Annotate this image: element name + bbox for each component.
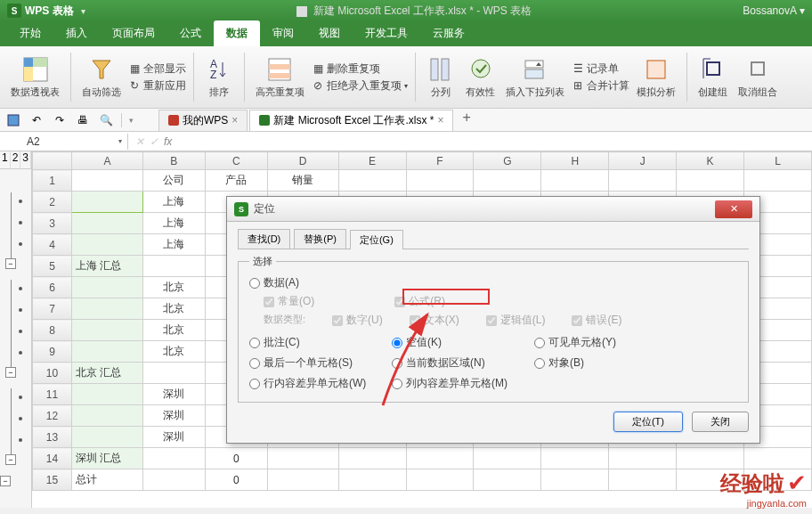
cell[interactable] <box>677 469 744 491</box>
col-header-K[interactable]: K <box>677 152 744 170</box>
row-header[interactable]: 7 <box>33 298 72 320</box>
close-icon[interactable]: × <box>437 114 443 126</box>
opt-comment[interactable]: 批注(C) <box>249 335 383 350</box>
doc-tab-current[interactable]: 新建 Microsoft Excel 工作表.xlsx * × <box>249 110 453 131</box>
row-header[interactable]: 8 <box>33 320 72 341</box>
autofilter-button[interactable]: 自动筛选 <box>78 50 125 104</box>
col-header-G[interactable]: G <box>474 152 541 170</box>
cell[interactable] <box>71 298 142 320</box>
tab-developer[interactable]: 开发工具 <box>353 20 420 46</box>
showall-button[interactable]: ▦全部显示 <box>128 61 186 77</box>
cell[interactable] <box>474 469 541 491</box>
tab-review[interactable]: 审阅 <box>260 20 306 46</box>
cell[interactable]: 上海 <box>142 234 205 256</box>
outline-level-3[interactable]: 3 <box>20 151 31 168</box>
row-header[interactable]: 1 <box>33 170 72 192</box>
row-header[interactable]: 2 <box>33 192 72 213</box>
cell[interactable] <box>474 170 541 192</box>
row-header[interactable]: 15 <box>33 469 72 491</box>
cell[interactable] <box>142 363 205 384</box>
row-header[interactable]: 14 <box>33 448 72 469</box>
dlg-tab-replace[interactable]: 替换(P) <box>294 229 346 249</box>
cell[interactable] <box>71 234 142 256</box>
cell[interactable]: 销量 <box>267 170 338 192</box>
cell[interactable] <box>71 170 142 192</box>
outline-collapse-button[interactable]: − <box>5 367 16 378</box>
col-header-B[interactable]: B <box>142 152 205 170</box>
opt-blank[interactable]: 空值(K) <box>392 335 525 350</box>
row-header[interactable]: 13 <box>33 427 72 448</box>
row-header[interactable]: 10 <box>33 363 72 384</box>
cell[interactable] <box>677 170 744 192</box>
sort-button[interactable]: AZ 排序 <box>201 50 237 104</box>
row-header[interactable]: 6 <box>33 277 72 298</box>
qat-save-icon[interactable] <box>5 112 21 128</box>
text-to-cols-button[interactable]: 分列 <box>423 50 459 104</box>
row-header[interactable]: 11 <box>33 384 72 405</box>
row-header[interactable]: 3 <box>33 213 72 234</box>
cell[interactable]: 北京 <box>142 341 205 363</box>
cell[interactable] <box>338 448 406 469</box>
goto-button[interactable]: 定位(T) <box>613 412 683 432</box>
insert-dropdown-button[interactable]: 插入下拉列表 <box>502 50 568 104</box>
cell[interactable]: 0 <box>205 448 267 469</box>
cell[interactable] <box>609 469 677 491</box>
cell[interactable] <box>338 469 406 491</box>
opt-coldiff[interactable]: 列内容差异单元格(M) <box>392 376 525 391</box>
cell[interactable] <box>142 256 205 277</box>
cell[interactable] <box>71 405 142 427</box>
pivot-button[interactable]: 数据透视表 <box>7 50 63 104</box>
cell[interactable]: 上海 <box>142 213 205 234</box>
row-header[interactable]: 9 <box>33 341 72 363</box>
outline-collapse-button[interactable]: − <box>0 476 11 486</box>
cell[interactable]: 北京 <box>142 298 205 320</box>
cell[interactable] <box>142 448 205 469</box>
outline-collapse-button[interactable]: − <box>5 258 16 269</box>
cell[interactable]: 深圳 <box>142 427 205 448</box>
doc-tab-mywps[interactable]: 我的WPS × <box>158 110 248 131</box>
app-menu-dropdown[interactable]: ▾ <box>81 6 85 16</box>
accept-formula-icon[interactable]: ✓ <box>150 135 158 148</box>
cell[interactable] <box>267 448 338 469</box>
tab-insert[interactable]: 插入 <box>53 20 100 46</box>
col-header-A[interactable]: A <box>71 152 142 170</box>
row-header[interactable]: 5 <box>33 256 72 277</box>
qat-dropdown-icon[interactable]: ▾ <box>129 116 134 125</box>
row-header[interactable]: 12 <box>33 405 72 427</box>
cancel-formula-icon[interactable]: ✕ <box>135 135 144 148</box>
cell[interactable] <box>609 448 677 469</box>
tab-home[interactable]: 开始 <box>7 20 53 46</box>
cell[interactable]: 上海 汇总 <box>71 256 142 277</box>
cell[interactable] <box>609 170 677 192</box>
outline-level-1[interactable]: 1 <box>0 151 11 168</box>
cell[interactable] <box>541 170 609 192</box>
validity-button[interactable]: 有效性 <box>462 50 499 104</box>
consolidate-button[interactable]: ⊞合并计算 <box>572 78 629 94</box>
reject-dup-button[interactable]: ⊘拒绝录入重复项▾ <box>312 78 408 94</box>
col-header-C[interactable]: C <box>205 152 267 170</box>
col-header-F[interactable]: F <box>406 152 474 170</box>
cell[interactable]: 0 <box>205 469 267 491</box>
cell[interactable] <box>267 469 338 491</box>
qat-redo-icon[interactable]: ↷ <box>52 112 68 128</box>
outline-level-2[interactable]: 2 <box>11 151 21 168</box>
formula-input[interactable] <box>179 140 812 143</box>
col-header-J[interactable]: J <box>609 152 677 170</box>
chevron-down-icon[interactable]: ▾ <box>118 137 122 145</box>
qat-preview-icon[interactable]: 🔍 <box>98 112 114 128</box>
dialog-title-bar[interactable]: S 定位 ✕ <box>227 197 759 222</box>
whatif-button[interactable]: 模拟分析 <box>633 50 679 104</box>
col-header-D[interactable]: D <box>267 152 338 170</box>
col-header-E[interactable]: E <box>338 152 406 170</box>
cell[interactable]: 北京 <box>142 277 205 298</box>
tab-formula[interactable]: 公式 <box>167 20 214 46</box>
cell[interactable] <box>71 427 142 448</box>
cell[interactable]: 深圳 <box>142 405 205 427</box>
cell[interactable] <box>71 341 142 363</box>
tab-cloud[interactable]: 云服务 <box>420 20 477 46</box>
cell[interactable] <box>71 320 142 341</box>
group-button[interactable]: 创建组 <box>694 50 731 104</box>
user-menu[interactable]: BossanovA ▾ <box>743 4 805 17</box>
cell[interactable] <box>474 448 541 469</box>
name-box[interactable]: A2 ▾ <box>21 134 128 150</box>
